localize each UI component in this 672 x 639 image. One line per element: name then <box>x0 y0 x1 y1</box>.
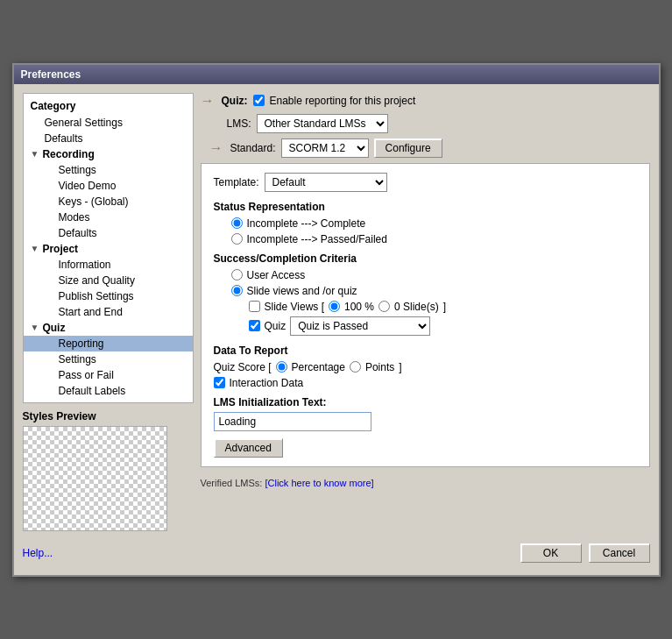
status-option2-label: Incomplete ---> Passed/Failed <box>247 233 387 245</box>
cancel-button[interactable]: Cancel <box>589 543 650 563</box>
score-bracket: ] <box>399 361 401 373</box>
status-option1-label: Incomplete ---> Complete <box>247 217 366 230</box>
lms-select[interactable]: Other Standard LMSs SCORM 1.2 SCORM 2004… <box>257 114 388 133</box>
quiz-completion-checkbox[interactable] <box>249 320 260 331</box>
sidebar-item-defaults-rec[interactable]: Defaults <box>24 225 193 241</box>
sidebar-group-project-label: Project <box>42 243 78 255</box>
bottom-buttons: OK Cancel <box>520 543 650 563</box>
advanced-row: Advanced <box>214 438 637 458</box>
sidebar-item-modes[interactable]: Modes <box>24 209 193 225</box>
help-link[interactable]: Help... <box>23 547 53 559</box>
title-bar: Preferences <box>14 65 659 84</box>
interaction-data-checkbox[interactable] <box>214 377 225 388</box>
score-row: Quiz Score [ Percentage Points ] <box>214 361 637 373</box>
ok-button[interactable]: OK <box>520 543 582 563</box>
verified-lms-row: Verified LMSs: [Click here to know more] <box>201 478 650 488</box>
sidebar-item-pass-fail[interactable]: Pass or Fail <box>24 367 193 383</box>
interaction-data-row: Interaction Data <box>214 377 637 389</box>
quiz-arrow: → <box>201 93 215 109</box>
template-label: Template: <box>214 176 259 188</box>
success-option2-label: Slide views and /or quiz <box>247 285 357 297</box>
sidebar-item-reporting[interactable]: Reporting <box>24 336 193 351</box>
sidebar-header: Category <box>24 97 193 115</box>
lms-init-section: LMS Initialization Text: <box>214 396 637 431</box>
sidebar-item-defaults-top[interactable]: Defaults <box>24 131 193 146</box>
points-radio[interactable] <box>350 361 361 373</box>
enable-reporting-checkbox[interactable] <box>253 95 265 106</box>
sidebar-item-start-end[interactable]: Start and End <box>24 304 193 320</box>
points-label: Points <box>365 361 394 373</box>
sidebar-item-general-settings[interactable]: General Settings <box>24 115 193 131</box>
bottom-bar: Help... OK Cancel <box>23 540 650 566</box>
preferences-dialog: Preferences Category General Settings De… <box>12 63 661 577</box>
styles-preview-label: Styles Preview <box>23 410 194 422</box>
status-representation-title: Status Representation <box>214 201 637 213</box>
quiz-passed-select[interactable]: Quiz is Passed Quiz is Complete Quiz is … <box>290 316 430 336</box>
standard-select[interactable]: SCORM 1.2 SCORM 2004 AICC <box>281 138 369 158</box>
status-option2-radio[interactable] <box>231 233 243 245</box>
lms-label: LMS: <box>227 117 251 130</box>
slide-views-bracket: ] <box>443 301 446 313</box>
quiz-completion-row: Quiz Quiz is Passed Quiz is Complete Qui… <box>214 316 637 336</box>
sidebar-item-keys-global[interactable]: Keys - (Global) <box>24 194 193 209</box>
success-completion-title: Success/Completion Criteria <box>214 252 637 265</box>
sidebar-item-quiz-settings[interactable]: Settings <box>24 351 193 367</box>
data-report-title: Data To Report <box>214 344 637 357</box>
sidebar-group-recording[interactable]: ▼ Recording <box>24 146 193 162</box>
success-option1-row: User Access <box>214 269 637 281</box>
sidebar-item-publish-settings[interactable]: Publish Settings <box>24 288 193 304</box>
standard-label: Standard: <box>230 142 276 154</box>
lms-init-input[interactable] <box>214 412 371 431</box>
slide-views-checkbox[interactable] <box>249 301 260 312</box>
enable-reporting-label: Enable reporting for this project <box>270 95 416 107</box>
slide-count-label: 0 Slide(s) <box>394 301 439 313</box>
sidebar-item-video-demo[interactable]: Video Demo <box>24 178 193 194</box>
interaction-data-label: Interaction Data <box>230 377 304 389</box>
success-option1-radio[interactable] <box>231 269 243 280</box>
quiz-triangle: ▼ <box>31 323 39 332</box>
status-option1-row: Incomplete ---> Complete <box>214 217 637 230</box>
styles-preview-canvas <box>23 426 167 531</box>
template-select[interactable]: Default <box>265 173 387 192</box>
template-row: Template: Default <box>214 173 637 192</box>
slide-views-row: Slide Views [ 100 % 0 Slide(s) ] <box>214 301 637 313</box>
status-option1-radio[interactable] <box>231 217 243 229</box>
slide-count-radio[interactable] <box>378 301 390 312</box>
sidebar-item-information[interactable]: Information <box>24 257 193 273</box>
advanced-button[interactable]: Advanced <box>214 438 283 458</box>
content-area: → Quiz: Enable reporting for this projec… <box>201 93 650 531</box>
slide-percent-radio[interactable] <box>329 301 340 312</box>
quiz-completion-label: Quiz <box>265 320 286 332</box>
sidebar-item-size-quality[interactable]: Size and Quality <box>24 273 193 288</box>
verified-lms-link[interactable]: [Click here to know more] <box>265 478 373 488</box>
dialog-body: Category General Settings Defaults ▼ Rec… <box>14 84 659 575</box>
sidebar: Category General Settings Defaults ▼ Rec… <box>23 93 194 531</box>
sidebar-group-project[interactable]: ▼ Project <box>24 241 193 257</box>
sidebar-list: Category General Settings Defaults ▼ Rec… <box>23 93 194 403</box>
percentage-label: Percentage <box>292 361 345 373</box>
sidebar-group-quiz[interactable]: ▼ Quiz <box>24 320 193 336</box>
sidebar-item-default-labels[interactable]: Default Labels <box>24 383 193 399</box>
success-option1-label: User Access <box>247 269 306 281</box>
status-option2-row: Incomplete ---> Passed/Failed <box>214 233 637 245</box>
success-option2-row: Slide views and /or quiz <box>214 285 637 297</box>
standard-arrow: → <box>209 140 223 156</box>
slide-percent-label: 100 % <box>344 301 374 313</box>
standard-row: → Standard: SCORM 1.2 SCORM 2004 AICC Co… <box>201 138 650 158</box>
quiz-label: Quiz: <box>222 95 248 107</box>
success-option2-radio[interactable] <box>231 285 243 296</box>
quiz-enable-row: → Quiz: Enable reporting for this projec… <box>201 93 650 109</box>
quiz-score-label: Quiz Score [ <box>214 361 272 373</box>
recording-triangle: ▼ <box>31 149 39 159</box>
lms-row: LMS: Other Standard LMSs SCORM 1.2 SCORM… <box>201 114 650 133</box>
dialog-title: Preferences <box>21 68 81 81</box>
data-report-section: Data To Report Quiz Score [ Percentage P… <box>214 344 637 389</box>
lms-init-label: LMS Initialization Text: <box>214 396 637 408</box>
verified-lms-label: Verified LMSs: <box>201 478 263 488</box>
main-area: Category General Settings Defaults ▼ Rec… <box>23 93 650 531</box>
sidebar-group-quiz-label: Quiz <box>42 322 65 334</box>
percentage-radio[interactable] <box>276 361 287 373</box>
sidebar-item-settings[interactable]: Settings <box>24 162 193 178</box>
configure-button[interactable]: Configure <box>374 138 442 158</box>
settings-panel: Template: Default Status Representation … <box>201 163 650 467</box>
